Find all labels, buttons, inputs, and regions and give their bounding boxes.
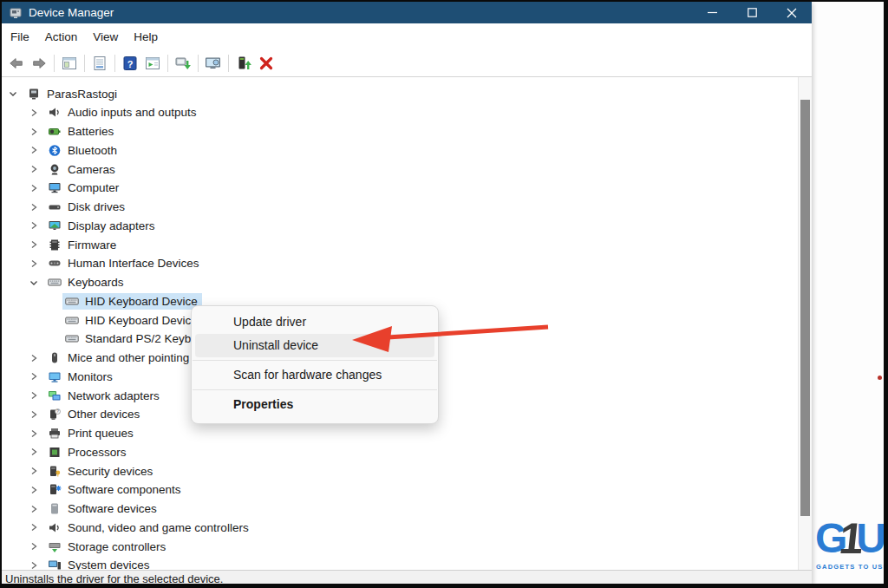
tree-item-human-interface-devices[interactable]: Human Interface Devices xyxy=(2,254,796,272)
tree-item-security-devices[interactable]: Security devices xyxy=(2,462,796,480)
chevron-collapsed-icon[interactable] xyxy=(28,238,40,251)
toolbar-console-tree-icon[interactable] xyxy=(59,53,80,74)
row-content: Print queues xyxy=(45,425,138,441)
tree-item-keyboards[interactable]: Keyboards xyxy=(2,273,796,291)
disk-icon xyxy=(47,200,62,213)
device-manager-app-icon xyxy=(9,6,23,20)
tree-item-label: Audio inputs and outputs xyxy=(68,106,197,119)
tree-item-processors[interactable]: Processors xyxy=(2,443,796,461)
chevron-expanded-icon[interactable] xyxy=(7,88,19,100)
context-menu-item-update-driver[interactable]: Update driver xyxy=(195,310,434,334)
tree-item-print-queues[interactable]: Print queues xyxy=(2,424,796,442)
computer-tower-icon xyxy=(26,88,42,101)
row-content: Disk drives xyxy=(45,199,129,215)
chevron-collapsed-icon[interactable] xyxy=(28,428,40,440)
tree-item-sound-video-and-game-controllers[interactable]: Sound, video and game controllers xyxy=(2,519,796,537)
tree-item-software-components[interactable]: Software components xyxy=(2,480,796,499)
chevron-expanded-icon[interactable] xyxy=(28,277,40,289)
camera-icon xyxy=(47,163,62,176)
scrollbar-thumb[interactable] xyxy=(800,100,810,516)
tree-item-disk-drives[interactable]: Disk drives xyxy=(2,198,796,216)
close-button[interactable] xyxy=(772,2,812,23)
chevron-collapsed-icon[interactable] xyxy=(28,182,40,194)
menu-file[interactable]: File xyxy=(3,27,37,47)
chevron-collapsed-icon[interactable] xyxy=(28,163,40,175)
tree-item-label: ParasRastogi xyxy=(47,88,117,101)
menu-bar: FileActionViewHelp xyxy=(2,23,812,49)
storage-icon xyxy=(47,540,62,553)
tree-item-storage-controllers[interactable]: Storage controllers xyxy=(2,538,796,556)
tree-item-audio-inputs-and-outputs[interactable]: Audio inputs and outputs xyxy=(2,103,796,121)
toolbar-separator xyxy=(198,55,199,72)
maximize-button[interactable] xyxy=(732,2,772,23)
row-content: ParasRastogi xyxy=(24,86,121,102)
processor-icon xyxy=(47,446,62,459)
chevron-collapsed-icon[interactable] xyxy=(28,521,40,533)
toolbar-properties-icon[interactable] xyxy=(89,53,110,74)
menu-view[interactable]: View xyxy=(85,27,126,47)
keyboard-icon xyxy=(64,314,80,327)
chevron-collapsed-icon[interactable] xyxy=(28,446,40,458)
tree-item-display-adapters[interactable]: Display adapters xyxy=(2,217,796,235)
tree-item-system-devices[interactable]: System devices xyxy=(2,556,796,570)
bluetooth-icon xyxy=(47,144,62,157)
toolbar-help-icon[interactable]: ? xyxy=(120,53,140,74)
image-border-right xyxy=(884,0,888,588)
image-border-bottom xyxy=(0,584,888,588)
context-menu-item-scan-for-hardware-changes[interactable]: Scan for hardware changes xyxy=(195,363,434,387)
chevron-collapsed-icon[interactable] xyxy=(28,408,40,421)
tree-item-computer[interactable]: Computer xyxy=(2,179,796,197)
minimize-button[interactable] xyxy=(692,2,732,23)
toolbar-uninstall-device-icon[interactable] xyxy=(256,53,277,74)
tree-item-label: Storage controllers xyxy=(68,540,166,553)
keyboard-icon xyxy=(47,276,62,289)
window-controls xyxy=(692,2,812,23)
chevron-collapsed-icon[interactable] xyxy=(28,389,40,402)
row-content: Computer xyxy=(45,180,123,196)
keyboard-icon xyxy=(64,332,80,345)
chevron-collapsed-icon[interactable] xyxy=(28,144,40,156)
gu-logo-tagline: GADGETS TO USE xyxy=(816,563,884,571)
selected-row-highlight: HID Keyboard Device xyxy=(62,293,202,310)
chevron-collapsed-icon[interactable] xyxy=(28,465,40,477)
software-device-icon xyxy=(47,502,62,515)
chevron-collapsed-icon[interactable] xyxy=(28,107,40,119)
tree-item-cameras[interactable]: Cameras xyxy=(2,160,796,179)
tree-item-software-devices[interactable]: Software devices xyxy=(2,500,796,518)
chevron-collapsed-icon[interactable] xyxy=(28,503,40,515)
tree-item-parasrastogi[interactable]: ParasRastogi xyxy=(2,85,796,103)
toolbar-scan-hardware-icon[interactable] xyxy=(173,53,193,74)
toolbar-update-driver-icon[interactable] xyxy=(233,53,254,74)
tree-item-firmware[interactable]: Firmware xyxy=(2,236,796,254)
audio-icon xyxy=(47,521,62,534)
chevron-collapsed-icon[interactable] xyxy=(28,540,40,552)
menu-action[interactable]: Action xyxy=(37,27,86,47)
chevron-collapsed-icon[interactable] xyxy=(28,370,40,382)
chevron-collapsed-icon[interactable] xyxy=(28,126,40,138)
toolbar-forward-icon[interactable] xyxy=(29,53,49,74)
display-icon xyxy=(47,219,62,232)
chevron-collapsed-icon[interactable] xyxy=(28,258,40,270)
chevron-collapsed-icon[interactable] xyxy=(28,201,40,213)
row-content: Audio inputs and outputs xyxy=(45,104,201,121)
toolbar-back-icon[interactable] xyxy=(6,53,27,74)
vertical-scrollbar[interactable] xyxy=(798,77,812,570)
chevron-collapsed-icon[interactable] xyxy=(28,352,40,364)
tree-item-label: HID Keyboard Device xyxy=(85,295,198,308)
tree-item-batteries[interactable]: Batteries xyxy=(2,122,796,140)
tree-item-bluetooth[interactable]: Bluetooth xyxy=(2,141,796,160)
context-menu-item-properties[interactable]: Properties xyxy=(195,393,434,416)
row-content: Display adapters xyxy=(45,218,160,234)
chevron-collapsed-icon[interactable] xyxy=(28,559,40,570)
toolbar-remote-monitor-icon[interactable] xyxy=(203,53,224,74)
toolbar-separator xyxy=(54,55,55,72)
battery-icon xyxy=(47,125,62,138)
toolbar-action-list-icon[interactable] xyxy=(142,53,163,74)
context-menu-item-uninstall-device[interactable]: Uninstall device xyxy=(195,334,434,357)
chevron-collapsed-icon[interactable] xyxy=(28,484,40,496)
device-manager-window: Device Manager FileActionViewHelp ? Para… xyxy=(2,2,812,584)
context-menu-separator xyxy=(193,389,437,390)
chevron-collapsed-icon[interactable] xyxy=(28,219,40,232)
menu-help[interactable]: Help xyxy=(126,27,166,47)
screenshot-canvas: Device Manager FileActionViewHelp ? Para… xyxy=(0,0,888,588)
